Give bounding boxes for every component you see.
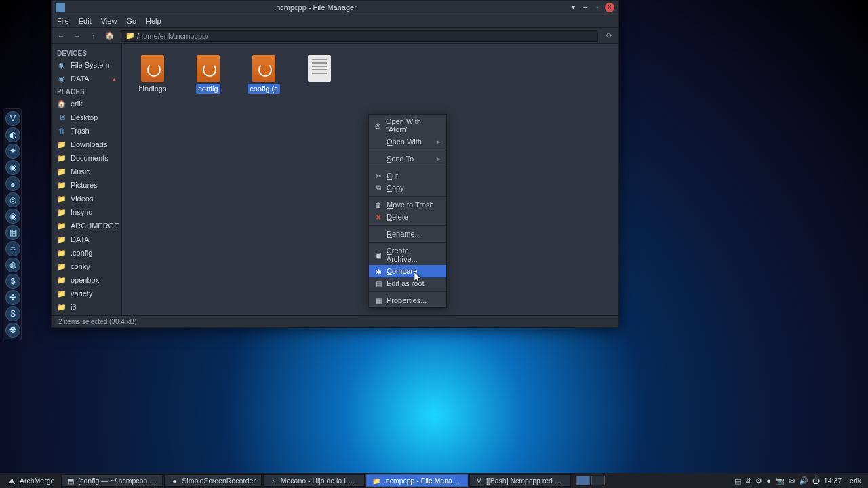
folder-icon: 📁	[57, 194, 66, 203]
tray-icon[interactable]: ⇵	[745, 476, 751, 485]
dock-app[interactable]: ◐	[5, 127, 20, 142]
sidebar-place[interactable]: 📁conky	[52, 260, 121, 273]
dock-app[interactable]: ๑	[5, 176, 20, 191]
context-menu-item[interactable]: Open With▸	[369, 136, 446, 148]
context-menu-item[interactable]: Send To▸	[369, 152, 446, 165]
back-button[interactable]: ←	[56, 32, 66, 40]
forward-button[interactable]: →	[72, 32, 83, 40]
context-menu-item[interactable]: ▤Edit as root	[369, 277, 446, 289]
sidebar-place[interactable]: 📁DATA	[52, 232, 121, 246]
dock-app[interactable]: $	[5, 274, 20, 289]
workspace-switcher[interactable]	[576, 476, 605, 485]
sidebar-place[interactable]: 📁i3	[52, 300, 121, 314]
menu-item-icon: ◉	[374, 267, 382, 275]
clock[interactable]: 14:37	[824, 476, 842, 485]
sidebar-place[interactable]: 📁.config	[52, 246, 121, 260]
context-menu-item[interactable]: ◉Compare	[369, 265, 446, 277]
context-menu-item[interactable]: ✖Delete	[369, 211, 446, 223]
context-menu-item[interactable]: Rename...	[369, 228, 446, 240]
path-text: /home/erik/.ncmpcpp/	[137, 32, 208, 40]
taskbar-task[interactable]: V[[Bash] Ncmpcpp red and...	[469, 474, 571, 487]
sidebar-place[interactable]: 📁Music	[52, 165, 121, 178]
menu-file[interactable]: File	[57, 17, 69, 25]
dock-app[interactable]: S	[5, 306, 20, 321]
menu-edit[interactable]: Edit	[79, 17, 92, 25]
dock-app[interactable]: ✦	[5, 144, 20, 159]
workspace-2[interactable]	[591, 476, 605, 485]
home-button[interactable]: 🏠	[104, 31, 115, 40]
up-button[interactable]: ↑	[88, 32, 99, 40]
sidebar-place[interactable]: 📁Videos	[52, 192, 121, 205]
refresh-button[interactable]: ⟳	[604, 31, 614, 40]
user-label[interactable]: erik	[850, 476, 861, 485]
start-button[interactable]: ⮝ ArchMerge	[3, 474, 60, 487]
dock-app[interactable]: V	[5, 111, 20, 126]
task-icon: V	[475, 476, 483, 485]
sidebar-item-label: Desktop	[71, 113, 98, 121]
tray-icon[interactable]: ✉	[789, 476, 795, 485]
context-menu-item[interactable]: ◎Open With "Atom"	[369, 115, 446, 136]
sidebar-place[interactable]: 📁openbox	[52, 273, 121, 287]
context-menu-item[interactable]: ⧉Copy	[369, 182, 446, 194]
sidebar-place[interactable]: 📁Downloads	[52, 138, 121, 151]
workspace-1[interactable]	[576, 476, 590, 485]
sidebar-item-label: DATA	[71, 75, 90, 83]
context-menu-item[interactable]: ▦Properties...	[369, 294, 446, 306]
file-item[interactable]	[301, 55, 338, 85]
tray-icon[interactable]: ⚙	[755, 476, 762, 485]
start-label: ArchMerge	[20, 476, 54, 485]
tray-icon[interactable]: 🔊	[799, 476, 808, 485]
task-icon: ♪	[269, 476, 277, 485]
context-menu-item[interactable]: 🗑Move to Trash	[369, 199, 446, 211]
dock-app[interactable]: ❋	[5, 323, 20, 338]
sidebar-place[interactable]: 📁ARCHMERGE	[52, 219, 121, 232]
maximize-button[interactable]: ◦	[593, 3, 602, 12]
dock-app[interactable]: ✣	[5, 290, 20, 305]
folder-icon: 🏠	[57, 99, 66, 108]
tray-icon[interactable]: ●	[766, 476, 771, 485]
context-menu-item[interactable]: ✂Cut	[369, 169, 446, 182]
menu-view[interactable]: View	[101, 17, 117, 25]
taskbar-task[interactable]: ⬒[config — ~/.ncmpcpp — ...	[61, 474, 163, 487]
sidebar-place[interactable]: 📁variety	[52, 287, 121, 300]
dock-app[interactable]: ◉	[5, 209, 20, 224]
sidebar-place[interactable]: 📁Documents	[52, 151, 121, 165]
context-menu-item[interactable]: ▣Create Archive...	[369, 245, 446, 265]
sidebar-place[interactable]: 📁Pictures	[52, 178, 121, 192]
menu-help[interactable]: Help	[146, 17, 161, 25]
devices-header: DEVICES	[52, 47, 121, 58]
taskbar-task[interactable]: ●SimpleScreenRecorder	[164, 474, 262, 487]
taskbar-task[interactable]: 📁.ncmpcpp - File Manager	[366, 474, 468, 487]
taskbar-task[interactable]: ♪Mecano - Hijo de la Luna	[263, 474, 365, 487]
window-title: .ncmpcpp - File Manager	[65, 3, 566, 12]
dock-app[interactable]: ◉	[5, 160, 20, 175]
minimize-button[interactable]: ▾	[568, 3, 578, 12]
dock-app[interactable]: ◎	[5, 192, 20, 207]
sidebar-place[interactable]: 🏠erik	[52, 97, 121, 110]
dock-app[interactable]: ▦	[5, 225, 20, 240]
eject-icon[interactable]: ▴	[113, 75, 116, 83]
menu-go[interactable]: Go	[126, 17, 136, 25]
dock-app[interactable]: ☼	[5, 241, 20, 256]
path-input[interactable]: 📁 /home/erik/.ncmpcpp/	[121, 30, 598, 42]
sidebar-place[interactable]: 🗑Trash	[52, 124, 121, 138]
menu-item-label: Open With	[387, 138, 422, 146]
folder-icon: 🖥	[57, 113, 66, 122]
minimize2-button[interactable]: –	[580, 3, 590, 12]
tray-icon[interactable]: 📷	[775, 476, 785, 485]
submenu-arrow-icon: ▸	[437, 138, 441, 145]
tray-icon[interactable]: ▤	[734, 476, 741, 485]
file-item[interactable]: config (c	[245, 55, 282, 94]
menubar: File Edit View Go Help	[52, 14, 618, 28]
close-button[interactable]: ×	[605, 3, 614, 12]
dock-app[interactable]: ◍	[5, 258, 20, 272]
titlebar[interactable]: .ncmpcpp - File Manager ▾ – ◦ ×	[52, 1, 618, 14]
tray-icon[interactable]: ⏻	[812, 476, 820, 485]
file-pane[interactable]: bindingsconfigconfig (c ◎Open With "Atom…	[122, 44, 618, 315]
sidebar-device[interactable]: ◉File System	[52, 58, 121, 72]
file-item[interactable]: config	[190, 55, 226, 94]
sidebar-place[interactable]: 🖥Desktop	[52, 110, 121, 124]
sidebar-place[interactable]: 📁Insync	[52, 205, 121, 219]
file-item[interactable]: bindings	[134, 55, 171, 94]
sidebar-device[interactable]: ◉DATA▴	[52, 72, 121, 85]
